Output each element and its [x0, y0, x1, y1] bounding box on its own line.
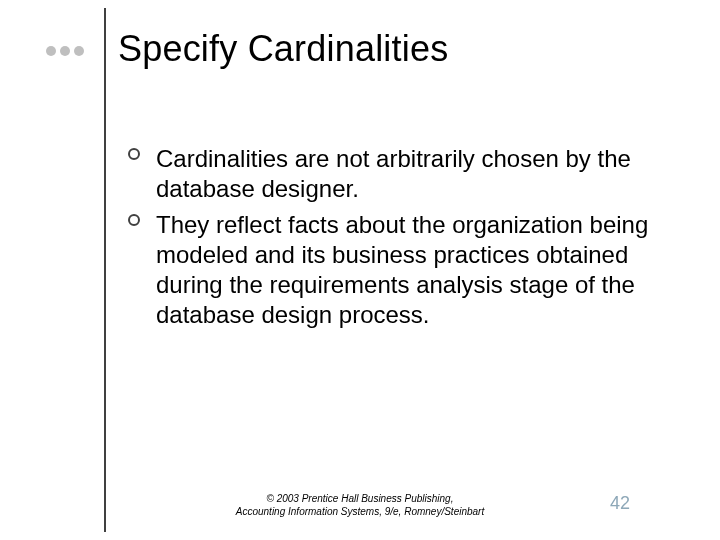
footer-line-2: Accounting Information Systems, 9/e, Rom…: [200, 506, 520, 519]
slide: Specify Cardinalities Cardinalities are …: [0, 0, 720, 540]
decor-dots: [46, 46, 84, 56]
decor-dot: [60, 46, 70, 56]
list-item: They reflect facts about the organizatio…: [128, 210, 678, 330]
footer-line-1: © 2003 Prentice Hall Business Publishing…: [200, 493, 520, 506]
bullet-icon: [128, 214, 140, 226]
list-item: Cardinalities are not arbitrarily chosen…: [128, 144, 678, 204]
list-item-text: Cardinalities are not arbitrarily chosen…: [156, 145, 631, 202]
decor-dot: [46, 46, 56, 56]
bullet-icon: [128, 148, 140, 160]
page-number: 42: [610, 493, 630, 514]
slide-title: Specify Cardinalities: [118, 28, 448, 70]
body-list: Cardinalities are not arbitrarily chosen…: [128, 144, 678, 336]
decor-dot: [74, 46, 84, 56]
list-item-text: They reflect facts about the organizatio…: [156, 211, 648, 328]
vertical-rule: [104, 8, 106, 532]
footer-text: © 2003 Prentice Hall Business Publishing…: [200, 493, 520, 518]
